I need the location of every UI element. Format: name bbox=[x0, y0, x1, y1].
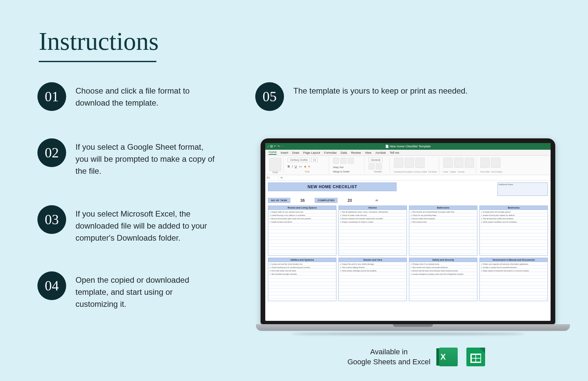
ribbon-label-number: Number bbox=[369, 170, 388, 173]
font-name: Century Gothic bbox=[288, 158, 310, 162]
align-icon bbox=[348, 158, 354, 164]
filter-all: All bbox=[376, 199, 378, 202]
section-header: Utilities and Systems bbox=[268, 258, 336, 262]
sheet-title: NEW HOME CHECKLIST bbox=[268, 182, 397, 191]
format-table-icon bbox=[405, 158, 414, 168]
section-box: Utilities and SystemsLocate and test the… bbox=[268, 258, 336, 301]
section-box: Homeowner's Manual and DocumentsObtain a… bbox=[479, 258, 548, 301]
step-02: 02 If you select a Google Sheet format, … bbox=[37, 138, 216, 177]
page-title: Instructions bbox=[39, 27, 159, 56]
window-quick-icons: ⌂ 🖫 ↶ ↷ ⋯ bbox=[267, 145, 284, 148]
ribbon-label-insert: Insert bbox=[443, 171, 448, 173]
cond-format-icon bbox=[394, 158, 403, 168]
step-text-05: The template is yours to keep or print a… bbox=[293, 82, 468, 97]
tab-acrobat: Acrobat bbox=[376, 151, 386, 154]
ribbon-tabs: Home Insert Draw Page Layout Formulas Da… bbox=[265, 150, 551, 156]
merge-label: Merge & Center bbox=[333, 170, 349, 173]
tab-home: Home bbox=[269, 150, 277, 155]
formula-bar: A1 fx bbox=[265, 175, 551, 180]
ribbon-clipboard: Paste bbox=[267, 157, 284, 173]
tab-review: Review bbox=[351, 151, 361, 154]
tab-formulas: Formulas bbox=[324, 151, 337, 154]
section-header: Safety and Security bbox=[409, 258, 477, 262]
section-header: Rooms and Living Spaces bbox=[268, 206, 336, 210]
additional-notes-box: Additional Notes bbox=[497, 182, 548, 196]
ribbon-label-paste: Paste bbox=[269, 171, 281, 173]
tab-view: View bbox=[365, 151, 371, 154]
tab-tell-me: Tell me bbox=[390, 151, 400, 154]
ribbon-label-font: Font bbox=[288, 170, 327, 173]
ribbon-label-format: Format bbox=[458, 171, 464, 173]
excel-titlebar: ⌂ 🖫 ↶ ↷ ⋯ 📄 New Home Checklist Template bbox=[265, 143, 551, 150]
completed-label: COMPLETED bbox=[315, 198, 337, 203]
ribbon-cells: Insert Delete Format bbox=[441, 157, 476, 173]
step-text-04: Open the copied or downloaded template, … bbox=[76, 271, 216, 310]
wrap-text-label: Wrap Text bbox=[333, 166, 343, 168]
section-box: BedroomsArrange beds and storage options… bbox=[479, 206, 548, 256]
worksheet: NEW HOME CHECKLIST Additional Notes NO O… bbox=[265, 180, 551, 321]
tab-page-layout: Page Layout bbox=[303, 151, 320, 154]
sections-top: Rooms and Living SpacesInspect walls for… bbox=[268, 206, 548, 256]
ribbon-editing: Sort & Filter Find & Select bbox=[478, 157, 504, 173]
step-05: 05 The template is yours to keep or prin… bbox=[255, 82, 468, 111]
step-text-02: If you select a Google Sheet format, you… bbox=[76, 138, 216, 177]
currency-icon bbox=[369, 163, 375, 169]
percent-icon bbox=[376, 163, 382, 169]
step-badge-05: 05 bbox=[255, 82, 284, 111]
ribbon-label-cellstyles: Cell Styles bbox=[428, 171, 437, 173]
excel-screen: ⌂ 🖫 ↶ ↷ ⋯ 📄 New Home Checklist Template … bbox=[265, 143, 551, 321]
ribbon-styles: Conditional Formatting Format as Table C… bbox=[392, 157, 439, 173]
step-01: 01 Choose and click a file format to dow… bbox=[37, 82, 216, 111]
paste-icon bbox=[269, 158, 281, 171]
excel-icon bbox=[439, 348, 458, 366]
ribbon-label-delete: Delete bbox=[450, 171, 456, 173]
step-04: 04 Open the copied or downloaded templat… bbox=[37, 271, 216, 310]
completed-value: 20 bbox=[341, 198, 358, 203]
step-03: 03 If you select Microsoft Excel, the do… bbox=[37, 205, 216, 244]
format-icon bbox=[465, 158, 474, 168]
availability-line2: Google Sheets and Excel bbox=[347, 357, 430, 367]
step-text-01: Choose and click a file format to downlo… bbox=[76, 82, 216, 109]
section-header: Bedrooms bbox=[480, 206, 548, 210]
excel-title: 📄 New Home Checklist Template bbox=[385, 145, 431, 148]
insert-icon bbox=[443, 158, 453, 168]
ribbon-label-table: Format as Table bbox=[414, 171, 427, 173]
delete-icon bbox=[454, 158, 463, 168]
section-box: Rooms and Living SpacesInspect walls for… bbox=[268, 206, 336, 256]
font-size: 11 bbox=[311, 158, 318, 162]
find-icon bbox=[491, 158, 500, 168]
step-text-03: If you select Microsoft Excel, the downl… bbox=[76, 205, 216, 244]
section-header: Bathrooms bbox=[409, 206, 477, 210]
fx-label: fx bbox=[279, 176, 285, 179]
laptop-base bbox=[256, 324, 570, 331]
step-badge-01: 01 bbox=[37, 82, 66, 111]
section-box: KitchenTest all appliances (oven, stove,… bbox=[338, 206, 407, 256]
section-box: BathroomsTest faucets and showerheads fo… bbox=[409, 206, 477, 256]
title-underline bbox=[39, 61, 156, 62]
section-header: Kitchen bbox=[339, 206, 407, 210]
availability: Available in Google Sheets and Excel bbox=[347, 347, 485, 367]
step-badge-02: 02 bbox=[37, 138, 66, 167]
cell-reference: A1 bbox=[265, 176, 279, 179]
tab-insert: Insert bbox=[281, 151, 288, 154]
section-header: Garden and Yard bbox=[339, 258, 407, 262]
tasks-label: NO OF TASK bbox=[268, 198, 290, 203]
laptop-screen-shell: ⌂ 🖫 ↶ ↷ ⋯ 📄 New Home Checklist Template … bbox=[261, 138, 555, 324]
ribbon: Paste Century Gothic 11 B I U ▭ ◆ A Font… bbox=[265, 156, 551, 175]
ribbon-label-cond: Conditional Formatting bbox=[394, 171, 412, 173]
sort-icon bbox=[480, 158, 490, 168]
tab-data: Data bbox=[341, 151, 347, 154]
laptop-mockup: ⌂ 🖫 ↶ ↷ ⋯ 📄 New Home Checklist Template … bbox=[256, 138, 560, 335]
ribbon-font: Century Gothic 11 B I U ▭ ◆ A Font bbox=[286, 157, 329, 173]
number-format: General bbox=[369, 158, 383, 162]
availability-text: Available in Google Sheets and Excel bbox=[347, 347, 430, 367]
stats-row: NO OF TASK 36 COMPLETED 20 All bbox=[268, 198, 548, 203]
ribbon-label-find: Find & Select bbox=[491, 171, 502, 173]
section-header: Homeowner's Manual and Documents bbox=[480, 258, 548, 262]
ribbon-number: General Number bbox=[366, 157, 390, 173]
availability-line1: Available in bbox=[347, 347, 430, 357]
laptop-shadow bbox=[291, 333, 525, 335]
step-badge-04: 04 bbox=[37, 271, 66, 300]
align-icon bbox=[333, 158, 339, 164]
tasks-value: 36 bbox=[294, 198, 311, 203]
